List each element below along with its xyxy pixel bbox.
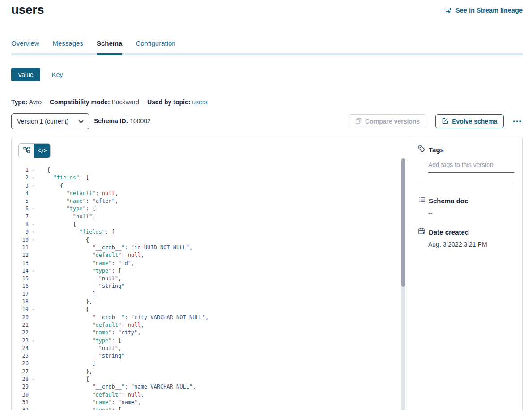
line-number: 20 — [12, 314, 29, 321]
line-number: 1 — [12, 167, 29, 174]
line-number: 22 — [12, 329, 29, 337]
version-select[interactable]: Version 1 (current) — [11, 113, 89, 129]
code-line-content: { — [38, 376, 89, 383]
line-number: 18 — [12, 298, 29, 306]
fold-spacer — [29, 360, 38, 367]
code-line-content: "fields": [ — [38, 228, 115, 236]
code-line: 28▾ { — [12, 376, 400, 383]
code-line: 15 "null", — [12, 275, 400, 282]
fold-toggle-icon[interactable]: ▾ — [29, 236, 38, 244]
code-line-content: "__crdb__": "name VARCHAR NULL", — [38, 383, 196, 391]
date-created-title: Date created — [429, 228, 469, 236]
fold-toggle-icon[interactable]: ▾ — [29, 174, 38, 182]
doc-list-icon — [418, 196, 426, 205]
code-line: 6▾ "type": [ — [12, 205, 400, 213]
line-number: 31 — [12, 399, 29, 406]
line-number: 10 — [12, 236, 29, 244]
fold-toggle-icon[interactable]: ▾ — [29, 267, 38, 275]
fold-toggle-icon[interactable]: ▾ — [29, 406, 38, 410]
schema-id-label: Schema ID: — [94, 117, 128, 124]
fold-spacer — [29, 391, 38, 399]
fold-toggle-icon[interactable]: ▾ — [29, 376, 38, 383]
line-number: 16 — [12, 282, 29, 290]
code-line: 32▾ "type": [ — [12, 406, 400, 410]
schema-detail-panel: </> 1▾{2▾ "fields": [3▾ {4 "default": nu… — [11, 137, 523, 410]
fold-toggle-icon[interactable]: ▾ — [29, 228, 38, 236]
code-line-content: "default": null, — [38, 190, 118, 197]
fold-spacer — [29, 244, 38, 252]
line-number: 29 — [12, 383, 29, 391]
fold-spacer — [29, 298, 38, 306]
code-line: 12 "default": null, — [12, 252, 400, 259]
fold-toggle-icon[interactable]: ▾ — [29, 182, 38, 190]
fold-toggle-icon[interactable]: ▾ — [29, 306, 38, 313]
meta-compat-value: Backward — [111, 98, 139, 106]
code-line: 5 "name": "after", — [12, 197, 400, 205]
code-line: 29 "__crdb__": "name VARCHAR NULL", — [12, 383, 400, 391]
code-line-content: "null", — [38, 213, 95, 221]
code-line-content: "null", — [38, 345, 121, 352]
schema-code-panel: </> 1▾{2▾ "fields": [3▾ {4 "default": nu… — [12, 137, 409, 410]
meta-compatibility: Compatibility mode: Backward — [50, 98, 139, 106]
line-number: 7 — [12, 213, 29, 221]
tags-title: Tags — [429, 146, 444, 154]
code-view-toggle[interactable]: </> — [34, 144, 50, 158]
evolve-schema-label: Evolve schema — [452, 118, 497, 125]
fold-toggle-icon[interactable]: ▾ — [29, 205, 38, 213]
more-options-button[interactable]: ••• — [513, 117, 523, 126]
value-toggle-button[interactable]: Value — [11, 68, 40, 81]
code-line-content: { — [38, 236, 89, 244]
fold-spacer — [29, 190, 38, 197]
code-line-content: }, — [38, 368, 92, 376]
code-line-content: ] — [38, 290, 95, 298]
meta-topic-label: Used by topic: — [147, 98, 190, 106]
tree-view-toggle[interactable] — [19, 144, 34, 158]
fold-spacer — [29, 260, 38, 267]
line-number: 15 — [12, 275, 29, 282]
tags-section: Tags — [418, 145, 514, 173]
sidebar-divider — [418, 184, 514, 184]
version-bar: Version 1 (current) Schema ID: 100002 Co… — [11, 113, 523, 129]
line-number: 5 — [12, 197, 29, 205]
fold-toggle-icon[interactable]: ▾ — [29, 167, 38, 174]
topic-link[interactable]: users — [192, 98, 207, 106]
tab-messages[interactable]: Messages — [53, 39, 83, 53]
line-number: 2 — [12, 174, 29, 182]
fold-spacer — [29, 399, 38, 406]
line-number: 17 — [12, 290, 29, 298]
meta-type-value: Avro — [29, 98, 42, 106]
code-scrollbar-thumb[interactable] — [401, 158, 405, 287]
see-in-stream-lineage-link[interactable]: See in Stream lineage — [445, 7, 523, 14]
tab-configuration[interactable]: Configuration — [136, 39, 175, 53]
fold-toggle-icon[interactable]: ▾ — [29, 221, 38, 228]
code-line: 25 "string" — [12, 352, 400, 360]
tab-overview[interactable]: Overview — [11, 39, 39, 53]
code-line: 3▾ { — [12, 182, 400, 190]
schema-doc-title: Schema doc — [429, 197, 468, 205]
code-line-content: "type": [ — [38, 205, 95, 213]
code-line-content: { — [38, 182, 63, 190]
editor-view-toggle: </> — [18, 143, 51, 158]
compare-versions-button[interactable]: Compare versions — [349, 114, 426, 128]
fold-toggle-icon[interactable]: ▾ — [29, 337, 38, 345]
code-line: 8▾ { — [12, 221, 400, 228]
fold-spacer — [29, 275, 38, 282]
line-number: 4 — [12, 190, 29, 197]
compare-versions-label: Compare versions — [365, 118, 420, 125]
add-tags-input[interactable] — [428, 160, 514, 173]
evolve-schema-button[interactable]: Evolve schema — [435, 114, 504, 128]
code-scrollbar-track[interactable] — [401, 158, 405, 410]
code-line: 19▾ { — [12, 306, 400, 313]
meta-used-by-topic: Used by topic: users — [147, 98, 208, 106]
line-number: 6 — [12, 205, 29, 213]
code-line: 13 "name": "id", — [12, 260, 400, 267]
stream-lineage-icon — [445, 7, 453, 14]
tab-schema[interactable]: Schema — [97, 39, 123, 55]
line-number: 23 — [12, 337, 29, 345]
schema-doc-header: Schema doc — [418, 196, 514, 205]
tree-view-icon — [23, 147, 30, 155]
key-toggle-link[interactable]: Key — [52, 71, 63, 78]
code-line: 23▾ "type": [ — [12, 337, 400, 345]
fold-spacer — [29, 282, 38, 290]
tag-icon — [418, 145, 426, 154]
